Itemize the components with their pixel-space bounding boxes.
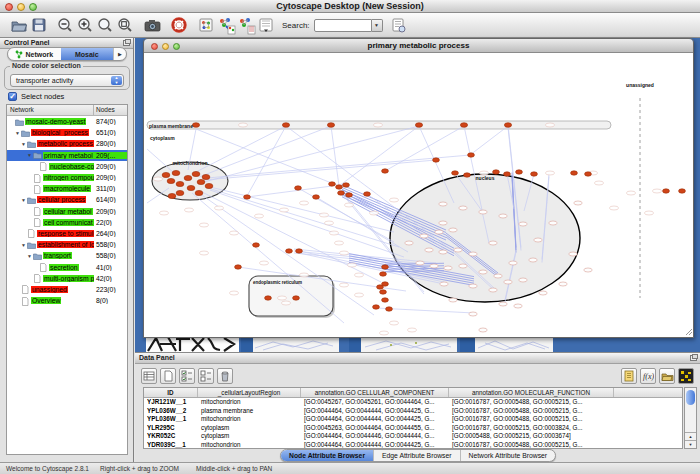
tree-row-label[interactable]: cellular metabol xyxy=(43,208,93,215)
graph-node[interactable] xyxy=(382,282,389,286)
nucleus-node[interactable] xyxy=(439,221,447,225)
graph-node[interactable] xyxy=(464,173,471,177)
nucleus-node[interactable] xyxy=(439,250,447,254)
graph-node[interactable] xyxy=(382,265,389,269)
nucleus-node[interactable] xyxy=(469,284,477,288)
snapshot-icon[interactable] xyxy=(142,15,162,35)
graph-node[interactable] xyxy=(265,296,272,300)
expand-arrow-icon[interactable]: ▼ xyxy=(14,130,21,136)
graph-node[interactable] xyxy=(253,243,260,247)
tree-row-label[interactable]: metabolic process xyxy=(37,140,94,147)
tree-row[interactable]: macromolecule311(0) xyxy=(7,183,127,194)
table-row[interactable]: YJR121W__1mitochondrion[GO:0045267, GO:0… xyxy=(144,398,682,407)
graph-node[interactable] xyxy=(167,178,175,183)
tree-row[interactable]: ▼transport558(0) xyxy=(7,250,127,261)
background-window-edge[interactable] xyxy=(460,338,475,352)
tree-row[interactable]: mosaic-demo-yeast874(0) xyxy=(7,116,127,127)
table-row[interactable]: YPL036W__1mitochondrion[GO:0044464, GO:0… xyxy=(144,415,682,424)
col-function[interactable]: annotation.GO MOLECULAR_FUNCTION xyxy=(449,388,614,397)
import-table-icon[interactable] xyxy=(256,15,276,35)
tree-row-label[interactable]: response to stimulu xyxy=(37,230,94,237)
graph-edge[interactable] xyxy=(331,126,339,186)
background-window-edge[interactable] xyxy=(349,338,361,352)
graph-node[interactable] xyxy=(195,190,203,195)
background-window-fragment[interactable] xyxy=(146,336,239,352)
graph-node[interactable] xyxy=(493,170,500,174)
tree-row-label[interactable]: transport xyxy=(43,252,72,259)
graph-node[interactable] xyxy=(380,290,387,294)
tree-row-label[interactable]: secretion xyxy=(49,264,79,271)
tab-overflow-arrow[interactable]: ▶ xyxy=(113,48,126,60)
nucleus-node[interactable] xyxy=(416,261,424,265)
graph-node[interactable] xyxy=(364,192,371,196)
graph-node[interactable] xyxy=(663,189,670,193)
graph-node[interactable] xyxy=(504,123,511,128)
nucleus-node[interactable] xyxy=(494,274,502,278)
attribute-editor-icon[interactable] xyxy=(621,368,637,384)
import-attribute-file-icon[interactable] xyxy=(659,368,675,384)
graph-node[interactable] xyxy=(282,123,289,128)
graph-node[interactable] xyxy=(329,182,336,186)
help-icon[interactable] xyxy=(169,15,189,35)
function-builder-icon[interactable]: f(x) xyxy=(640,368,656,384)
zoom-in-icon[interactable] xyxy=(75,15,95,35)
tree-row[interactable]: multi-organism pro42(0) xyxy=(7,273,127,284)
nucleus-node[interactable] xyxy=(435,230,443,234)
tree-row[interactable]: secretion41(0) xyxy=(7,261,127,272)
graph-edge[interactable] xyxy=(202,192,381,282)
graph-edge[interactable] xyxy=(204,126,419,182)
graph-edge[interactable] xyxy=(194,126,286,173)
tree-row[interactable]: ▼cellular process614(0) xyxy=(7,194,127,205)
tree-row[interactable]: nitrogen compou209(0) xyxy=(7,172,127,183)
tab-network-attribute-browser[interactable]: Network Attribute Browser xyxy=(461,450,556,461)
nucleus-node[interactable] xyxy=(430,264,438,268)
expand-arrow-icon[interactable]: ▼ xyxy=(26,253,33,259)
col-component[interactable]: annotation.GO CELLULAR_COMPONENT xyxy=(301,388,449,397)
nucleus-node[interactable] xyxy=(469,312,477,316)
tree-row[interactable]: response to stimulu264(0) xyxy=(7,228,127,239)
nucleus-node[interactable] xyxy=(425,248,433,252)
background-window-edge[interactable] xyxy=(241,338,253,352)
search-input[interactable] xyxy=(314,19,372,32)
nucleus-node[interactable] xyxy=(479,210,487,214)
nucleus-node[interactable] xyxy=(469,252,477,256)
graph-node[interactable] xyxy=(415,123,422,128)
tree-row-label[interactable]: macromolecule xyxy=(43,185,91,192)
nucleus-node[interactable] xyxy=(489,241,497,245)
nucleus-node[interactable] xyxy=(549,221,557,225)
col-id[interactable]: ID xyxy=(144,388,198,397)
tree-row[interactable]: ▼biological_process651(0) xyxy=(7,127,127,138)
scroll-down-button[interactable]: ▼ xyxy=(685,440,696,448)
graph-edge[interactable] xyxy=(385,126,464,171)
tree-row[interactable]: cell communicat22(0) xyxy=(7,217,127,228)
nucleus-node[interactable] xyxy=(584,268,592,272)
graph-node[interactable] xyxy=(336,185,343,189)
nucleus-node[interactable] xyxy=(444,266,452,270)
nucleus-node[interactable] xyxy=(534,238,542,242)
tree-col-nodes[interactable]: Nodes xyxy=(94,105,127,115)
graph-node[interactable] xyxy=(192,171,200,176)
table-row[interactable]: YPL036W__2plasma membrane[GO:0044464, GO… xyxy=(144,407,682,416)
delete-attribute-icon[interactable] xyxy=(217,368,233,384)
tab-edge-attribute-browser[interactable]: Edge Attribute Browser xyxy=(374,450,461,461)
resize-grip[interactable] xyxy=(686,329,692,335)
graph-node[interactable] xyxy=(571,171,578,175)
graph-node[interactable] xyxy=(313,195,320,199)
graph-node[interactable] xyxy=(168,193,176,198)
tree-row[interactable]: ▼primary metabol209(... xyxy=(7,150,127,161)
zoom-selected-icon[interactable] xyxy=(115,15,135,35)
heatmap-icon[interactable] xyxy=(678,368,694,384)
tree-row[interactable]: Overview8(0) xyxy=(7,295,127,306)
expand-arrow-icon[interactable]: ▼ xyxy=(20,141,27,147)
nucleus-node[interactable] xyxy=(519,222,527,226)
unselect-all-attributes-icon[interactable] xyxy=(198,368,214,384)
nucleus-node[interactable] xyxy=(514,304,522,308)
tree-row-label[interactable]: cell communicat xyxy=(43,219,94,226)
nucleus-node[interactable] xyxy=(449,298,457,302)
tab-node-attribute-browser[interactable]: Node Attribute Browser xyxy=(281,450,374,461)
nucleus-node[interactable] xyxy=(459,264,467,268)
select-nodes-checkbox[interactable]: ✓ xyxy=(8,92,17,101)
import-network-icon[interactable] xyxy=(216,15,236,35)
color-attribute-dropdown[interactable]: transporter activity ▲▼ xyxy=(10,74,124,87)
tree-row-label[interactable]: multi-organism pro xyxy=(43,275,94,282)
